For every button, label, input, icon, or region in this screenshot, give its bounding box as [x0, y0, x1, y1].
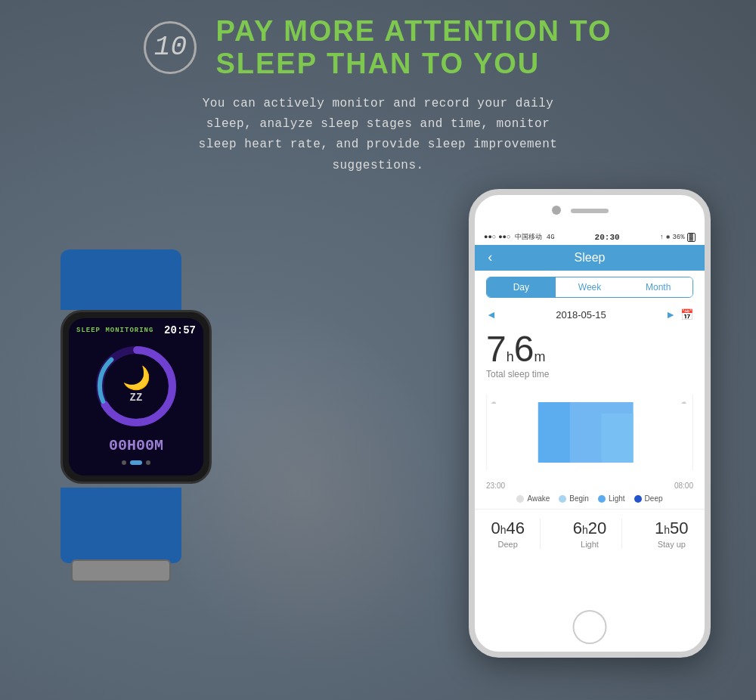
chart-time-end: 08:00 — [674, 482, 693, 490]
awake-color — [516, 495, 524, 503]
sleep-chart: ☁ ☁ 23:00 08:00 — [475, 387, 705, 485]
svg-text:☁: ☁ — [491, 396, 497, 407]
tab-month[interactable]: Month — [624, 277, 692, 297]
legend-awake: Awake — [516, 494, 550, 503]
tab-day[interactable]: Day — [487, 277, 556, 297]
step-number: 10 — [144, 21, 197, 74]
back-button[interactable]: ‹ — [486, 250, 494, 265]
status-bar: ●●○ ●●○ 中国移动 4G 20:30 ↑ ✱ 36% ▓ — [475, 229, 705, 245]
phone-home-button[interactable] — [573, 610, 607, 644]
chart-legend: Awake Begin Light Deep — [475, 491, 705, 506]
sleep-hours-unit: h — [507, 349, 514, 365]
network-type: 4G — [547, 234, 555, 241]
light-stat-label: Light — [573, 540, 607, 549]
sleep-minutes-unit: m — [534, 349, 545, 365]
header-section: 10 PAY MORE ATTENTION TO SLEEP THAN TO Y… — [76, 15, 680, 176]
watch-strap-top — [60, 249, 181, 310]
stat-stayup: 1 h 50 Stay up — [640, 519, 689, 549]
stat-deep: 0 h 46 Deep — [491, 519, 541, 549]
next-date-button[interactable]: ► — [665, 308, 676, 321]
deep-minutes: 46 — [506, 519, 524, 538]
sleep-ring: 🌙 ZZ — [94, 345, 178, 428]
dot-3 — [146, 460, 150, 465]
phone: ●●○ ●●○ 中国移动 4G 20:30 ↑ ✱ 36% ▓ ‹ Sleep — [469, 189, 711, 658]
title-block: PAY MORE ATTENTION TO SLEEP THAN TO YOU — [215, 15, 612, 80]
deep-h-unit: h — [500, 524, 507, 536]
location-icon: ↑ — [660, 234, 664, 241]
zzz-icon: ZZ — [130, 392, 143, 404]
sleep-monitoring-label: SLEEP MONITORING — [76, 327, 153, 334]
light-h-unit: h — [582, 524, 588, 536]
tab-week[interactable]: Week — [556, 277, 624, 297]
legend-deep: Deep — [634, 494, 663, 503]
title-line2: SLEEP THAN TO YOU — [215, 48, 612, 80]
bluetooth-icon: ✱ — [666, 233, 670, 241]
app-title: Sleep — [575, 251, 606, 265]
status-right: ↑ ✱ 36% ▓ — [660, 233, 696, 242]
deep-hours: 0 — [491, 519, 500, 538]
smartwatch: SLEEP MONITORING 20:57 → — [38, 287, 234, 590]
tab-bar: Day Week Month — [486, 277, 693, 298]
app-header: ‹ Sleep — [475, 245, 705, 271]
sleep-minutes: 6 — [514, 331, 534, 367]
phone-screen: ●●○ ●●○ 中国移动 4G 20:30 ↑ ✱ 36% ▓ ‹ Sleep — [475, 229, 705, 606]
carrier-name: ●●○ 中国移动 — [498, 232, 542, 242]
light-hours: 6 — [573, 519, 582, 538]
prev-date-button[interactable]: ◄ — [486, 308, 497, 321]
watch-pagination — [122, 460, 150, 465]
phone-camera — [552, 206, 561, 215]
battery-icon: ▓ — [687, 233, 696, 242]
signal-indicator: ●●○ — [484, 234, 496, 241]
moon-icon: 🌙 — [122, 368, 150, 391]
deep-label: Deep — [645, 494, 663, 503]
current-date: 2018-05-15 — [556, 309, 606, 321]
watch-buckle — [71, 559, 171, 582]
light-label: Light — [609, 494, 625, 503]
svg-rect-7 — [602, 413, 634, 463]
begin-color — [559, 495, 566, 503]
begin-label: Begin — [569, 494, 589, 503]
chart-time-start: 23:00 — [486, 482, 505, 490]
light-color — [598, 495, 606, 503]
dot-1 — [122, 460, 126, 465]
legend-begin: Begin — [559, 494, 589, 503]
deep-color — [634, 495, 642, 503]
calendar-icon[interactable]: 📅 — [680, 308, 693, 321]
phone-speaker — [571, 209, 609, 213]
status-left: ●●○ ●●○ 中国移动 4G — [484, 232, 555, 242]
watch-screen: SLEEP MONITORING 20:57 → — [69, 318, 203, 475]
battery-level: 36% — [672, 234, 684, 241]
stayup-h-unit: h — [664, 524, 670, 536]
deep-stat-label: Deep — [491, 540, 525, 549]
light-minutes: 20 — [588, 519, 606, 538]
legend-light: Light — [598, 494, 625, 503]
awake-label: Awake — [527, 494, 550, 503]
stat-light: 6 h 20 Light — [558, 519, 623, 549]
svg-rect-6 — [538, 402, 570, 463]
svg-text:☁: ☁ — [681, 396, 687, 407]
stayup-minutes: 50 — [670, 519, 688, 538]
chart-time-labels: 23:00 08:00 — [475, 482, 705, 490]
dot-2 — [130, 460, 142, 465]
date-navigation: ◄ 2018-05-15 ► 📅 — [475, 304, 705, 325]
stayup-hours: 1 — [655, 519, 664, 538]
watch-strap-bottom — [60, 488, 181, 563]
watch-sleep-time: 00H00M — [109, 437, 163, 454]
watch-time: 20:57 — [164, 324, 196, 336]
sleep-stats: 0 h 46 Deep 6 h 20 Light — [475, 509, 705, 552]
total-sleep-label: Total sleep time — [486, 369, 693, 379]
sleep-hours: 7 — [486, 331, 507, 367]
title-line1: PAY MORE ATTENTION TO — [215, 15, 612, 48]
watch-body: SLEEP MONITORING 20:57 → — [60, 310, 212, 484]
sleep-duration-display: 7 h 6 m Total sleep time — [475, 325, 705, 381]
subtitle-text: You can actively monitor and record your… — [76, 94, 680, 176]
stayup-stat-label: Stay up — [655, 540, 689, 549]
status-time: 20:30 — [595, 233, 620, 242]
phone-body: ●●○ ●●○ 中国移动 4G 20:30 ↑ ✱ 36% ▓ ‹ Sleep — [469, 189, 711, 658]
